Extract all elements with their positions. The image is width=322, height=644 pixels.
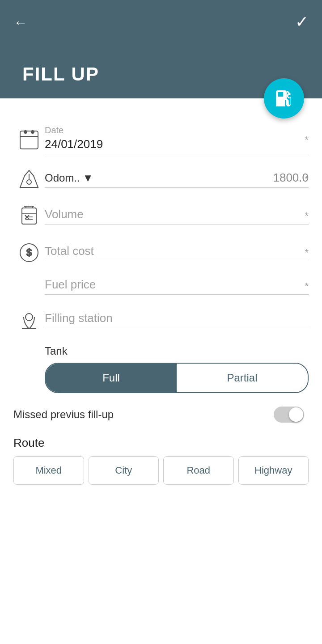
route-highway-button[interactable]: Highway (238, 456, 309, 485)
odometer-type-select[interactable]: Odom.. ▼ (45, 172, 93, 184)
volume-icon (13, 204, 45, 228)
back-button[interactable]: ← (13, 15, 28, 30)
svg-text:$: $ (26, 247, 32, 258)
fuel-price-input[interactable] (45, 278, 309, 295)
svg-point-1 (24, 131, 27, 133)
missed-fillup-row: Missed previus fill-up (13, 407, 309, 423)
route-label: Route (13, 436, 309, 450)
tank-full-button[interactable]: Full (46, 364, 177, 392)
route-road-button[interactable]: Road (163, 456, 234, 485)
odometer-icon (13, 168, 45, 191)
svg-rect-0 (20, 131, 38, 149)
filling-station-input[interactable] (45, 311, 309, 328)
fuel-price-required: * (305, 280, 309, 292)
svg-rect-7 (22, 208, 36, 224)
header: ← FILL UP ✓ (0, 0, 322, 98)
fuel-pump-icon (273, 88, 295, 109)
cost-icon: $ (13, 241, 45, 264)
fuel-price-row: * (13, 278, 309, 295)
total-cost-required: * (305, 247, 309, 258)
svg-point-2 (31, 131, 34, 133)
total-cost-input[interactable] (45, 244, 309, 261)
route-city-button[interactable]: City (89, 456, 159, 485)
volume-required: * (305, 210, 309, 222)
confirm-button[interactable]: ✓ (295, 13, 309, 31)
svg-point-5 (27, 180, 31, 184)
date-icon (13, 128, 45, 152)
fuel-fab-button[interactable] (264, 78, 304, 119)
tank-section: Tank Full Partial (13, 345, 309, 393)
odometer-required: * (305, 174, 309, 185)
route-section: Route Mixed City Road Highway (13, 436, 309, 485)
volume-row: * (13, 204, 309, 228)
route-mixed-button[interactable]: Mixed (13, 456, 84, 485)
tank-toggle: Full Partial (45, 363, 309, 393)
date-row: Date 24/01/2019 * (13, 125, 309, 154)
total-cost-row: $ * (13, 241, 309, 264)
missed-fillup-label: Missed previus fill-up (13, 408, 274, 421)
filling-station-row (13, 308, 309, 331)
date-required: * (305, 134, 309, 146)
page-title: FILL UP (22, 64, 99, 85)
route-buttons: Mixed City Road Highway (13, 456, 309, 485)
tank-partial-button[interactable]: Partial (177, 364, 308, 392)
volume-input[interactable] (45, 208, 309, 225)
odometer-row: Odom.. ▼ 1800.0 * (13, 168, 309, 191)
tank-label: Tank (45, 345, 309, 357)
svg-point-18 (25, 314, 33, 321)
date-label: Date (45, 125, 309, 136)
odometer-input-row: Odom.. ▼ 1800.0 (45, 171, 309, 188)
location-icon (13, 308, 45, 331)
toggle-knob (289, 407, 303, 422)
form-content: Date 24/01/2019 * Odom.. ▼ 1800.0 * (0, 98, 322, 644)
odometer-value[interactable]: 1800.0 (97, 171, 309, 185)
missed-fillup-toggle[interactable] (274, 407, 304, 423)
date-value[interactable]: 24/01/2019 (45, 137, 309, 154)
